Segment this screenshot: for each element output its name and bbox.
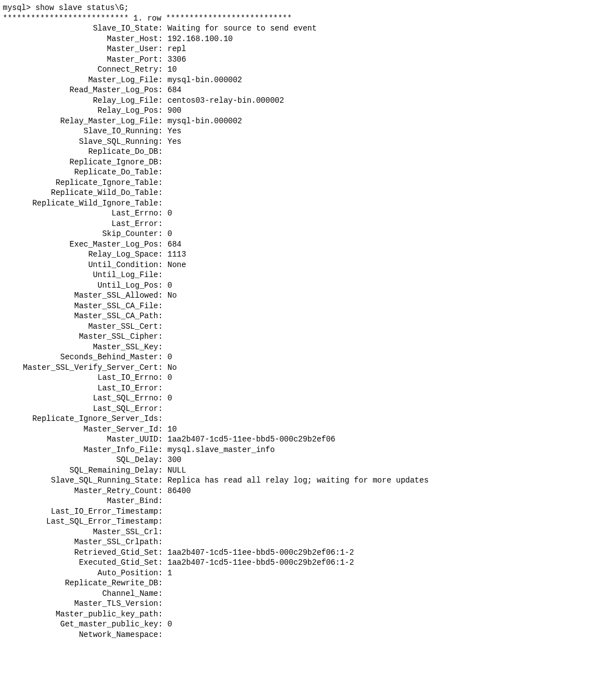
field-label: Replicate_Ignore_DB <box>3 157 158 168</box>
field-value: None <box>168 260 186 269</box>
field-value: 684 <box>168 240 181 249</box>
status-row: Master_SSL_Cert: <box>3 322 616 332</box>
field-separator: : <box>158 414 163 423</box>
status-row: Last_SQL_Errno: 0 <box>3 393 616 404</box>
status-row: Replicate_Wild_Ignore_Table: <box>3 198 616 209</box>
field-separator: : <box>158 86 168 94</box>
status-row: Get_master_public_key: 0 <box>3 619 616 630</box>
field-value: 0 <box>168 620 172 629</box>
status-row: SQL_Delay: 300 <box>3 455 616 465</box>
field-value: Waiting for source to send event <box>168 24 317 33</box>
field-separator: : <box>158 620 168 629</box>
slave-status-fields: Slave_IO_State: Waiting for source to se… <box>3 23 616 640</box>
field-separator: : <box>158 199 163 208</box>
field-separator: : <box>158 76 168 84</box>
status-row: Network_Namespace: <box>3 630 616 640</box>
field-value: mysql-bin.000002 <box>168 76 242 84</box>
field-label: Connect_Retry <box>3 64 158 75</box>
field-value: 300 <box>168 455 181 464</box>
status-row: Master_SSL_Crl: <box>3 527 616 538</box>
field-label: Slave_IO_Running <box>3 126 158 137</box>
field-separator: : <box>158 127 168 135</box>
status-row: Master_Retry_Count: 86400 <box>3 486 616 496</box>
status-row: Master_Server_Id: 10 <box>3 424 616 435</box>
field-separator: : <box>158 599 163 608</box>
field-label: Last_SQL_Error <box>3 404 158 414</box>
status-row: Master_Info_File: mysql.slave_master_inf… <box>3 445 616 455</box>
field-label: Master_Log_File <box>3 75 158 86</box>
field-label: Master_SSL_Cert <box>3 322 158 332</box>
status-row: Last_SQL_Error: <box>3 404 616 414</box>
field-value: Yes <box>168 127 181 135</box>
field-separator: : <box>158 65 168 74</box>
field-label: Auto_Position <box>3 568 158 579</box>
field-value: 684 <box>168 86 181 94</box>
status-row: Relay_Log_File: centos03-relay-bin.00000… <box>3 96 616 106</box>
field-separator: : <box>158 312 163 320</box>
status-row: Relay_Master_Log_File: mysql-bin.000002 <box>3 116 616 127</box>
status-row: Master_SSL_Crlpath: <box>3 537 616 548</box>
field-separator: : <box>158 188 163 197</box>
status-row: Exec_Master_Log_Pos: 684 <box>3 239 616 250</box>
status-row: Replicate_Ignore_DB: <box>3 157 616 168</box>
field-label: Replicate_Rewrite_DB <box>3 578 158 589</box>
status-row: Master_User: repl <box>3 44 616 54</box>
status-row: Until_Log_File: <box>3 270 616 280</box>
status-row: Seconds_Behind_Master: 0 <box>3 352 616 363</box>
field-separator: : <box>158 496 163 505</box>
field-separator: : <box>158 291 168 300</box>
status-row: Last_IO_Error: <box>3 383 616 394</box>
field-label: Master_SSL_Crl <box>3 527 158 538</box>
field-separator: : <box>158 373 168 382</box>
field-value: 3306 <box>168 55 186 64</box>
field-value: repl <box>168 44 186 53</box>
status-row: Skip_Counter: 0 <box>3 229 616 239</box>
field-separator: : <box>158 353 168 361</box>
field-separator: : <box>158 44 168 53</box>
status-row: Last_Errno: 0 <box>3 208 616 219</box>
field-value: 10 <box>168 65 177 74</box>
field-label: Exec_Master_Log_Pos <box>3 239 158 250</box>
status-row: Replicate_Wild_Do_Table: <box>3 188 616 198</box>
field-separator: : <box>158 250 168 259</box>
status-row: Relay_Log_Space: 1113 <box>3 249 616 260</box>
field-separator: : <box>158 34 168 43</box>
field-label: Last_IO_Error_Timestamp <box>3 506 158 517</box>
status-row: Master_TLS_Version: <box>3 599 616 609</box>
field-separator: : <box>158 240 168 249</box>
field-separator: : <box>158 384 163 393</box>
field-label: Master_SSL_Allowed <box>3 290 158 301</box>
field-value: No <box>168 363 177 372</box>
field-label: Skip_Counter <box>3 229 158 239</box>
field-label: Replicate_Ignore_Table <box>3 178 158 188</box>
field-separator: : <box>158 569 168 578</box>
field-label: Relay_Log_Space <box>3 249 158 260</box>
field-label: Master_UUID <box>3 434 158 445</box>
mysql-prompt-line: mysql> show slave status\G; <box>3 3 616 13</box>
terminal-output: mysql> show slave status\G; ************… <box>3 3 616 640</box>
field-value: 1aa2b407-1cd5-11ee-bbd5-000c29b2ef06:1-2 <box>168 558 354 567</box>
field-label: Relay_Log_Pos <box>3 106 158 116</box>
field-label: Until_Log_Pos <box>3 280 158 291</box>
field-label: Slave_SQL_Running <box>3 137 158 147</box>
field-separator: : <box>158 229 168 238</box>
field-separator: : <box>158 435 168 444</box>
field-separator: : <box>158 589 163 598</box>
field-value: 192.168.100.10 <box>168 34 233 43</box>
status-row: Relay_Log_Pos: 900 <box>3 106 616 116</box>
status-row: Channel_Name: <box>3 589 616 599</box>
field-label: Last_Error <box>3 219 158 229</box>
field-separator: : <box>158 260 168 269</box>
field-separator: : <box>158 466 168 475</box>
field-separator: : <box>158 404 163 413</box>
field-value: centos03-relay-bin.000002 <box>168 96 284 105</box>
field-separator: : <box>158 548 168 557</box>
field-value: Yes <box>168 137 181 146</box>
field-label: Last_IO_Error <box>3 383 158 394</box>
field-label: Master_public_key_path <box>3 609 158 620</box>
status-row: Master_Host: 192.168.100.10 <box>3 34 616 44</box>
field-label: Until_Condition <box>3 260 158 270</box>
field-label: Replicate_Wild_Ignore_Table <box>3 198 158 209</box>
status-row: Replicate_Ignore_Server_Ids: <box>3 414 616 424</box>
field-label: Master_SSL_Key <box>3 342 158 353</box>
